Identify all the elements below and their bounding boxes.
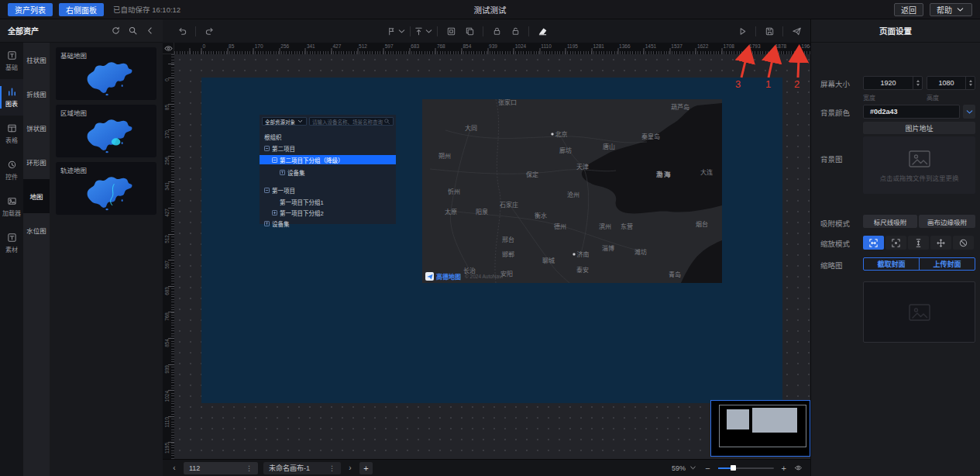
align-horizontal-icon[interactable] [387,22,406,40]
category-basic[interactable]: 基础 [0,43,23,79]
tree-node[interactable]: 根组织 [260,132,396,141]
upload-cover-button[interactable]: 上传封面 [920,258,975,270]
map-widget[interactable]: 张家口葫芦岛大同北京秦皇岛朔州廊坊唐山天津保定渤海大连忻州沧州太原阳泉石家庄衡水… [422,99,722,283]
asset-card[interactable]: 基础地图 [56,47,156,100]
subcategory-item[interactable]: 饼状图 [23,111,50,145]
align-vertical-icon[interactable] [414,22,433,40]
subcategory-item[interactable]: 水位图 [23,213,50,247]
back-button[interactable]: 返回 [894,3,923,16]
visibility-icon[interactable] [794,464,803,472]
collapse-node-icon[interactable] [264,188,270,193]
bg-color-dropdown[interactable] [963,105,975,119]
tree-node[interactable]: 设备集 [260,219,396,228]
collapse-node-icon[interactable] [264,146,270,151]
subcategory-item[interactable]: 折线图 [23,77,50,111]
bg-color-input[interactable]: #0d2a43 [863,105,960,119]
subcategory-item[interactable]: 柱状图 [23,43,50,77]
preview-icon[interactable] [733,22,751,40]
subcategory-item[interactable]: 地图 [23,179,50,213]
save-icon[interactable] [760,22,779,40]
category-table[interactable]: 表格 [0,116,23,152]
capture-cover-button[interactable]: 截取封面 [864,258,920,270]
eraser-icon[interactable] [533,22,552,40]
zoom-out-button[interactable]: − [705,464,710,473]
scale-none-button[interactable] [953,236,974,250]
help-button[interactable]: 帮助 [930,3,972,16]
snap-ruler-button[interactable]: 标尺线吸附 [863,215,917,228]
right-panel-button[interactable]: 右侧面板 [59,3,104,16]
unlock-icon[interactable] [506,22,524,40]
tree-node[interactable]: 第一项目下分组2 [260,208,396,217]
tab-menu-icon[interactable]: ⋮ [328,464,335,472]
category-chart[interactable]: 图表 [0,79,23,116]
width-stepper[interactable] [913,77,922,89]
image-url-tab[interactable]: 图片地址 [863,122,975,134]
category-widget[interactable]: 控件 [0,152,23,188]
canvas-tab-2[interactable]: 未命名画布-1 ⋮ [263,462,341,474]
height-stepper[interactable] [965,77,975,89]
canvas-viewport[interactable]: 全部资源对象 请输入设备名称、场景名称查询 根组织第二项目第二项目下分组（降级）… [174,54,810,459]
ruler-toggle[interactable] [163,43,174,54]
tree-node[interactable]: 第一项目 [260,185,396,195]
bg-image-upload[interactable]: 点击或拖拽文件到这里更换 [863,136,975,194]
china-map-thumbnail [60,117,152,156]
china-map-thumbnail [60,174,152,213]
tree-search-input[interactable]: 请输入设备名称、场景名称查询 [309,117,394,126]
tree-node[interactable]: 设备集 [260,167,396,177]
device-set-icon[interactable] [280,170,285,175]
group-icon[interactable] [442,22,460,40]
asset-card[interactable]: 轨迹地图 [56,162,156,215]
subcategory-list: 柱状图折线图饼状图环形图地图水位图 [23,43,50,476]
add-canvas-button[interactable]: + [359,462,373,474]
zoom-select[interactable]: 59% [672,464,697,472]
zoom-slider-handle[interactable] [731,465,736,471]
search-icon[interactable] [128,26,138,36]
city-label: 太原 [445,207,457,216]
tree-filter-dropdown[interactable]: 全部资源对象 [262,117,307,126]
asset-card-title: 基础地图 [60,50,152,60]
canvas-tab-1[interactable]: 112 ⋮ [184,462,258,474]
height-input[interactable]: 1080 [927,76,975,90]
publish-icon[interactable] [787,22,806,40]
collapse-node-icon[interactable] [272,157,277,163]
copy-icon[interactable] [460,22,479,40]
scale-free-button[interactable] [930,236,951,250]
scale-fit-screen-button[interactable] [885,236,906,250]
lock-icon[interactable] [487,22,506,40]
ruler-tick-label: 512 [164,235,170,243]
tabs-prev-icon[interactable]: ‹ [170,464,178,472]
tree-node[interactable]: 第二项目 [260,143,396,153]
tree-node[interactable]: 第二项目下分组（降级） [260,155,396,164]
china-map-thumbnail [60,60,152,98]
scale-fit-width-button[interactable] [863,236,884,250]
width-caption: 宽度 [863,93,875,102]
snap-edge-button[interactable]: 画布边缘吸附 [919,215,975,228]
refresh-icon[interactable] [111,26,121,36]
minimap[interactable] [710,400,810,457]
device-tree-widget[interactable]: 全部资源对象 请输入设备名称、场景名称查询 根组织第二项目第二项目下分组（降级）… [260,115,396,224]
vertical-ruler[interactable]: 0851702563414275125976837688549391024111… [163,54,174,459]
zoom-in-button[interactable]: + [782,464,786,473]
horizontal-ruler[interactable]: 0851702563414275125976837688549391024111… [174,43,810,54]
tabs-next-icon[interactable]: › [346,464,354,472]
asset-card-title: 区域地图 [60,108,152,117]
category-loader[interactable]: 加载器 [0,188,23,225]
city-label: 德州 [554,222,566,230]
width-input[interactable]: 1920 [863,76,923,90]
subcategory-item[interactable]: 环形图 [23,145,50,179]
device-set-icon[interactable] [264,221,270,226]
tab-menu-icon[interactable]: ⋮ [246,464,253,472]
category-material[interactable]: 素材 [0,225,23,261]
table-icon [7,123,17,133]
city-label: 张家口 [498,99,517,106]
collapse-panel-icon[interactable] [145,26,155,36]
undo-icon[interactable] [173,22,191,40]
tree-node[interactable]: 第一项目下分组1 [260,197,396,206]
scale-fit-height-button[interactable] [908,236,929,250]
expand-node-icon[interactable] [272,210,277,216]
redo-icon[interactable] [200,22,218,40]
no-scale-icon [958,238,968,248]
zoom-slider[interactable] [718,467,774,469]
asset-card[interactable]: 区域地图 [56,105,156,157]
asset-list-button[interactable]: 资产列表 [8,3,53,16]
